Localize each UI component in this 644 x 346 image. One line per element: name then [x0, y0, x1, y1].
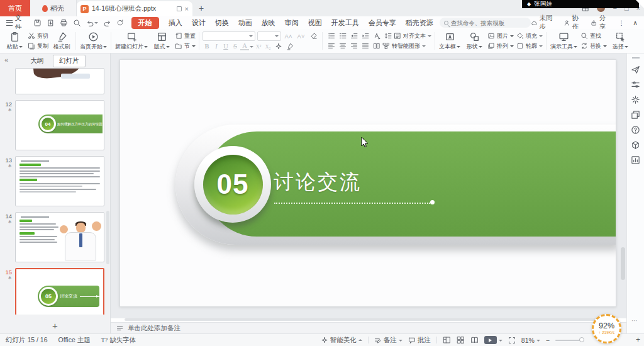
notes-bar[interactable]: 单击此处添加备注 [111, 322, 626, 333]
align-right-button[interactable] [348, 42, 359, 50]
zoom-slider[interactable] [555, 340, 583, 341]
undo-button[interactable] [86, 19, 98, 27]
copy-button[interactable]: 复制 [28, 42, 48, 50]
pin-tab-icon[interactable] [177, 6, 182, 11]
text-direction-button[interactable] [371, 31, 382, 40]
italic-button[interactable]: I [212, 43, 221, 50]
align-left-button[interactable] [326, 42, 336, 50]
superscript-button[interactable]: X² [254, 43, 263, 50]
docer-tab[interactable]: 稻壳 [30, 0, 77, 16]
menu-item-devtools[interactable]: 开发工具 [331, 18, 359, 28]
pane-handle-icon[interactable] [632, 57, 640, 59]
replace-button[interactable]: 替换 [580, 42, 607, 50]
reset-button[interactable]: 重置 [175, 31, 196, 40]
numbered-list-button[interactable] [337, 31, 348, 40]
play-from-current-button[interactable]: 当页开始 [78, 30, 109, 52]
underline-button[interactable]: U [221, 43, 230, 50]
pane-switch-icon[interactable] [631, 110, 640, 120]
slide-thumbnail-15-selected[interactable]: 05 讨论交流 [15, 268, 104, 315]
strikethrough-button[interactable]: S [231, 43, 240, 50]
slides-tab[interactable]: 幻灯片 [53, 55, 86, 67]
play-slideshow-button[interactable] [484, 336, 502, 344]
play-options-caret[interactable] [499, 340, 502, 343]
new-slide-button[interactable]: 新建幻灯片 [113, 30, 150, 52]
text-effects-button[interactable] [273, 42, 284, 51]
more-menu-button[interactable]: ⋮ [618, 19, 625, 26]
save-icon[interactable] [33, 19, 42, 27]
increase-font-button[interactable]: A˄ [283, 31, 294, 40]
menu-item-insert[interactable]: 插入 [169, 18, 182, 28]
subscript-button[interactable]: X₂ [264, 43, 272, 50]
columns-button[interactable] [371, 42, 382, 50]
line-spacing-button[interactable] [382, 31, 393, 40]
new-tab-button[interactable]: + [192, 0, 210, 16]
arrange-button[interactable]: 排列 [487, 42, 514, 50]
decrease-font-button[interactable]: A˅ [296, 31, 306, 40]
sync-icon[interactable] [116, 19, 124, 26]
zoom-out-button[interactable]: − [546, 337, 550, 344]
collapse-panel-button[interactable]: « [4, 56, 8, 64]
print-icon[interactable] [60, 19, 68, 27]
close-tab-icon[interactable]: × [185, 6, 189, 13]
menu-item-slideshow[interactable]: 放映 [262, 18, 275, 28]
bold-button[interactable]: B [203, 43, 211, 50]
3d-model-icon[interactable] [631, 140, 640, 150]
preview-icon[interactable] [73, 19, 81, 27]
add-slide-button[interactable]: + [0, 320, 110, 331]
bullet-list-button[interactable] [326, 31, 336, 40]
font-size-select[interactable] [257, 31, 281, 41]
menu-item-member[interactable]: 会员专享 [369, 18, 396, 28]
menu-item-review[interactable]: 审阅 [285, 18, 299, 28]
paste-button[interactable]: 粘贴 [3, 30, 26, 52]
menu-item-docer-resources[interactable]: 稻壳资源 [406, 18, 433, 28]
menu-item-view[interactable]: 视图 [308, 18, 322, 28]
panel-scrollbar[interactable] [106, 211, 109, 264]
slide-thumbnail-11[interactable] [15, 68, 104, 94]
more-dots[interactable]: ⋯ [631, 317, 638, 324]
view-sorter-icon[interactable] [457, 336, 465, 344]
zoom-level[interactable]: 81% [521, 337, 540, 344]
slide-thumbnail-13[interactable] [15, 156, 104, 206]
shapes-button[interactable]: 形状 [462, 30, 486, 52]
layout-button[interactable]: 版式 [150, 30, 174, 52]
clear-format-button[interactable] [308, 31, 319, 40]
cut-button[interactable]: 剪切 [28, 31, 48, 40]
undo-dropdown-caret[interactable] [94, 22, 98, 26]
help-icon[interactable] [631, 125, 640, 135]
slide-thumbnail-14[interactable] [15, 212, 104, 262]
current-slide[interactable]: 讨论交流 05 [119, 59, 616, 307]
object-properties-icon[interactable] [631, 80, 640, 89]
chart-edit-icon[interactable] [631, 155, 640, 165]
menu-item-design[interactable]: 设计 [192, 18, 206, 28]
view-normal-icon[interactable] [443, 336, 451, 344]
presentation-tools-button[interactable]: 演示工具 [548, 30, 579, 52]
zoom-slider-knob[interactable] [579, 337, 584, 342]
align-justify-button[interactable] [360, 42, 370, 50]
fit-slide-icon[interactable] [508, 337, 516, 344]
convert-smartart-button[interactable]: 转智能图形 [382, 42, 426, 50]
view-reading-icon[interactable] [470, 336, 479, 344]
fill-button[interactable]: 填充 [516, 31, 543, 40]
outline-button[interactable]: 轮廓 [516, 42, 543, 50]
redo-icon[interactable] [103, 19, 111, 27]
document-tab[interactable]: P 14-16班心理班会.pptx × [77, 1, 192, 16]
comments-button[interactable]: 批注 [408, 336, 431, 345]
zoom-in-button[interactable]: + [636, 335, 640, 344]
select-button[interactable]: 选择 [608, 30, 632, 52]
menu-item-home[interactable]: 开始 [131, 17, 159, 29]
notes-button[interactable]: 备注 [374, 336, 402, 345]
export-icon[interactable] [47, 19, 55, 27]
increase-indent-button[interactable] [360, 31, 370, 40]
collapse-ribbon-button[interactable]: ∧ [633, 19, 638, 26]
slide-thumbnail-12[interactable]: 04 如何缓解压力和压力的管理措施 [15, 100, 104, 150]
decrease-indent-button[interactable] [348, 31, 359, 40]
font-color-caret[interactable] [250, 46, 253, 50]
font-family-select[interactable] [203, 31, 255, 41]
textbox-button[interactable]: 文本框 [437, 30, 462, 52]
missing-font-warning[interactable]: T? 缺失字体 [101, 336, 136, 345]
smart-beautify-button[interactable]: 智能美化 [321, 336, 362, 345]
align-center-button[interactable] [337, 42, 348, 50]
command-search-box[interactable] [440, 18, 531, 28]
theme-name[interactable]: Office 主题 [58, 336, 91, 345]
align-text-button[interactable]: 对齐文本 [394, 31, 431, 40]
